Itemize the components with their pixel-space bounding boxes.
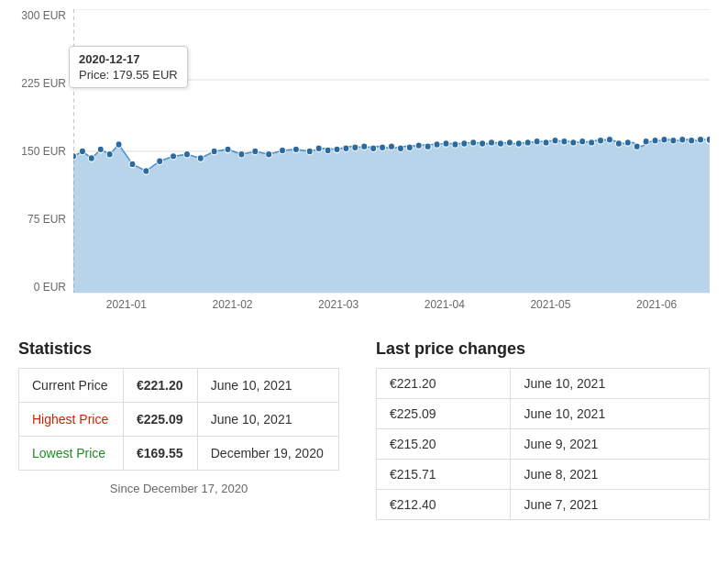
svg-point-47 [506, 139, 513, 146]
stats-row-highest: Highest Price €225.09 June 10, 2021 [19, 403, 339, 437]
svg-point-62 [643, 139, 649, 145]
svg-point-41 [452, 141, 458, 148]
pc-date-2: June 9, 2021 [511, 429, 710, 460]
svg-point-18 [211, 148, 217, 154]
svg-point-31 [361, 143, 368, 150]
svg-point-7 [79, 148, 85, 154]
svg-point-52 [552, 138, 558, 144]
svg-point-24 [292, 146, 299, 152]
svg-point-67 [689, 138, 695, 144]
svg-point-38 [425, 143, 431, 150]
svg-point-61 [634, 143, 640, 150]
svg-point-22 [266, 150, 272, 157]
stats-value-current: €221.20 [123, 369, 197, 403]
svg-point-13 [143, 168, 149, 174]
pc-row-3: €215.71 June 8, 2021 [377, 460, 710, 490]
stats-date-current: June 10, 2021 [197, 369, 338, 403]
pc-row-1: €225.09 June 10, 2021 [377, 399, 710, 429]
svg-point-64 [661, 136, 667, 142]
svg-point-30 [352, 144, 358, 150]
svg-point-54 [570, 139, 577, 146]
stats-label-current: Current Price [19, 369, 124, 403]
svg-point-32 [370, 145, 377, 151]
stats-value-highest: €225.09 [123, 403, 197, 437]
pc-row-0: €221.20 June 10, 2021 [377, 369, 710, 399]
pc-value-0: €221.20 [377, 369, 511, 399]
svg-point-45 [489, 139, 495, 146]
svg-point-57 [598, 138, 604, 144]
x-label-4: 2021-05 [530, 298, 570, 311]
svg-point-44 [480, 140, 486, 147]
chart-plot-area [73, 9, 710, 294]
svg-point-15 [171, 153, 177, 160]
y-label-150: 150 EUR [18, 145, 73, 158]
svg-point-25 [306, 148, 313, 154]
x-axis: 2021-01 2021-02 2021-03 2021-04 2021-05 … [73, 294, 710, 321]
x-label-3: 2021-04 [425, 298, 465, 311]
x-label-1: 2021-02 [212, 298, 252, 311]
svg-point-19 [225, 146, 231, 152]
svg-point-39 [434, 141, 440, 148]
stats-label-lowest: Lowest Price [19, 437, 124, 471]
svg-point-68 [698, 136, 704, 142]
y-label-300: 300 EUR [18, 9, 73, 22]
svg-point-65 [670, 138, 677, 144]
svg-point-27 [325, 147, 331, 153]
pc-value-1: €225.09 [377, 399, 511, 429]
svg-point-10 [106, 150, 113, 157]
stats-date-lowest: December 19, 2020 [197, 437, 338, 471]
svg-point-8 [88, 155, 94, 161]
stats-row-lowest: Lowest Price €169.55 December 19, 2020 [19, 437, 339, 471]
svg-point-36 [406, 144, 413, 150]
y-label-225: 225 EUR [18, 77, 73, 90]
svg-point-46 [498, 140, 504, 147]
svg-point-50 [534, 139, 540, 145]
svg-point-69 [706, 136, 710, 144]
x-label-5: 2021-06 [636, 298, 677, 311]
svg-point-49 [524, 139, 531, 146]
svg-point-40 [443, 140, 449, 147]
price-chart: 300 EUR 225 EUR 150 EUR 75 EUR 0 EUR [18, 9, 710, 321]
price-changes-table: €221.20 June 10, 2021 €225.09 June 10, 2… [376, 368, 710, 520]
svg-point-26 [315, 145, 322, 151]
svg-point-63 [652, 138, 658, 144]
svg-point-53 [561, 139, 568, 145]
svg-point-66 [679, 136, 686, 142]
svg-point-42 [461, 140, 468, 147]
statistics-table: Current Price €221.20 June 10, 2021 High… [18, 368, 339, 471]
svg-point-60 [624, 139, 631, 146]
pc-date-0: June 10, 2021 [511, 369, 710, 399]
svg-point-14 [157, 158, 163, 164]
pc-date-4: June 7, 2021 [511, 490, 710, 520]
svg-point-21 [252, 148, 259, 154]
statistics-panel: Statistics Current Price €221.20 June 10… [18, 339, 339, 495]
pc-value-3: €215.71 [377, 460, 511, 490]
svg-marker-5 [73, 139, 710, 293]
svg-point-16 [183, 150, 190, 157]
statistics-title: Statistics [18, 339, 339, 359]
svg-point-37 [415, 142, 422, 149]
svg-point-33 [380, 144, 386, 150]
svg-point-35 [397, 145, 403, 151]
x-label-0: 2021-01 [106, 298, 147, 311]
svg-point-56 [589, 139, 595, 146]
y-axis: 300 EUR 225 EUR 150 EUR 75 EUR 0 EUR [18, 9, 73, 321]
svg-point-23 [280, 147, 286, 153]
pc-row-2: €215.20 June 9, 2021 [377, 429, 710, 460]
svg-point-29 [343, 145, 349, 151]
chart-svg [73, 9, 710, 294]
svg-point-6 [73, 153, 76, 160]
stats-label-highest: Highest Price [19, 403, 124, 437]
svg-point-20 [238, 150, 245, 157]
svg-point-28 [334, 146, 340, 152]
pc-value-4: €212.40 [377, 490, 511, 520]
last-prices-panel: Last price changes €221.20 June 10, 2021… [376, 339, 710, 520]
last-prices-title: Last price changes [376, 339, 710, 359]
y-label-75: 75 EUR [18, 213, 73, 226]
svg-point-59 [615, 140, 622, 147]
svg-point-12 [129, 161, 136, 167]
pc-date-3: June 8, 2021 [511, 460, 710, 490]
svg-point-51 [543, 139, 549, 146]
stats-row-current: Current Price €221.20 June 10, 2021 [19, 369, 339, 403]
since-text: Since December 17, 2020 [18, 482, 339, 495]
